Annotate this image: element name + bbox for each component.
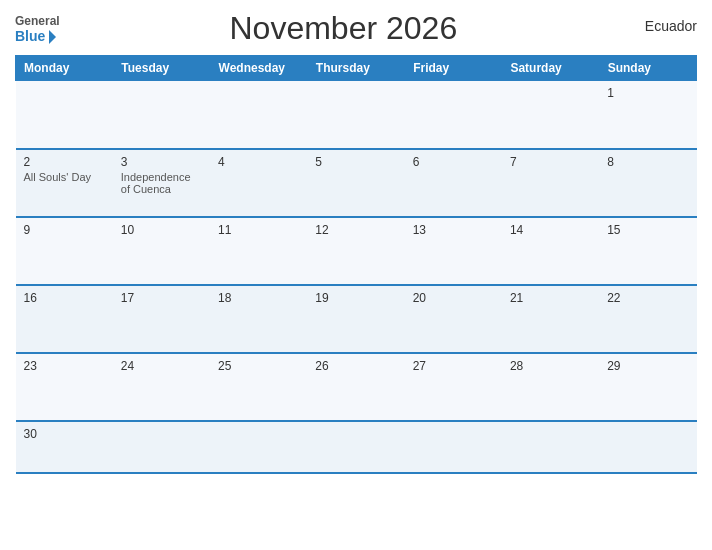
day-number: 14	[510, 223, 591, 237]
calendar-day-cell: 23	[16, 353, 113, 421]
calendar-week-row: 30	[16, 421, 697, 473]
day-number: 28	[510, 359, 591, 373]
calendar-day-cell: 29	[599, 353, 696, 421]
calendar-day-cell: 14	[502, 217, 599, 285]
calendar-day-cell: 15	[599, 217, 696, 285]
calendar-table: Monday Tuesday Wednesday Thursday Friday…	[15, 55, 697, 474]
day-number: 18	[218, 291, 299, 305]
calendar-day-cell: 28	[502, 353, 599, 421]
day-number: 25	[218, 359, 299, 373]
calendar-day-cell: 25	[210, 353, 307, 421]
logo-general-text: General	[15, 14, 60, 28]
header-monday: Monday	[16, 56, 113, 81]
day-number: 22	[607, 291, 688, 305]
calendar-day-cell	[210, 81, 307, 149]
calendar-week-row: 9101112131415	[16, 217, 697, 285]
header-thursday: Thursday	[307, 56, 404, 81]
day-event: All Souls' Day	[24, 171, 105, 183]
calendar-day-cell	[16, 81, 113, 149]
day-number: 29	[607, 359, 688, 373]
calendar-day-cell	[405, 421, 502, 473]
day-number: 19	[315, 291, 396, 305]
calendar-day-cell	[113, 421, 210, 473]
day-number: 23	[24, 359, 105, 373]
header-wednesday: Wednesday	[210, 56, 307, 81]
day-number: 9	[24, 223, 105, 237]
calendar-day-cell: 10	[113, 217, 210, 285]
day-number: 3	[121, 155, 202, 169]
calendar-day-cell: 6	[405, 149, 502, 217]
calendar-day-cell	[210, 421, 307, 473]
day-number: 6	[413, 155, 494, 169]
day-number: 1	[607, 86, 688, 100]
calendar-week-row: 16171819202122	[16, 285, 697, 353]
calendar-day-cell	[113, 81, 210, 149]
calendar-day-cell: 21	[502, 285, 599, 353]
calendar-week-row: 23242526272829	[16, 353, 697, 421]
header-saturday: Saturday	[502, 56, 599, 81]
day-number: 21	[510, 291, 591, 305]
calendar-day-cell	[307, 421, 404, 473]
day-number: 12	[315, 223, 396, 237]
calendar-day-cell: 8	[599, 149, 696, 217]
calendar-day-cell: 19	[307, 285, 404, 353]
calendar-day-cell: 20	[405, 285, 502, 353]
day-number: 2	[24, 155, 105, 169]
logo-triangle-icon	[49, 30, 56, 44]
logo-blue-text: Blue	[15, 28, 60, 45]
country-label: Ecuador	[627, 18, 697, 34]
calendar-week-row: 2All Souls' Day3Independence of Cuenca45…	[16, 149, 697, 217]
calendar-day-cell: 1	[599, 81, 696, 149]
calendar-day-cell: 2All Souls' Day	[16, 149, 113, 217]
calendar-week-row: 1	[16, 81, 697, 149]
calendar-day-cell: 27	[405, 353, 502, 421]
day-number: 30	[24, 427, 105, 441]
header-sunday: Sunday	[599, 56, 696, 81]
day-number: 5	[315, 155, 396, 169]
calendar-day-cell: 17	[113, 285, 210, 353]
header-tuesday: Tuesday	[113, 56, 210, 81]
calendar-day-cell: 7	[502, 149, 599, 217]
calendar-day-cell: 12	[307, 217, 404, 285]
day-number: 4	[218, 155, 299, 169]
day-number: 10	[121, 223, 202, 237]
calendar-day-cell: 24	[113, 353, 210, 421]
calendar-day-cell	[502, 81, 599, 149]
header-friday: Friday	[405, 56, 502, 81]
calendar-day-cell: 3Independence of Cuenca	[113, 149, 210, 217]
day-number: 20	[413, 291, 494, 305]
day-number: 13	[413, 223, 494, 237]
weekday-header-row: Monday Tuesday Wednesday Thursday Friday…	[16, 56, 697, 81]
calendar-day-cell: 18	[210, 285, 307, 353]
day-number: 7	[510, 155, 591, 169]
day-number: 17	[121, 291, 202, 305]
day-number: 8	[607, 155, 688, 169]
calendar-header: General Blue November 2026 Ecuador	[15, 10, 697, 47]
calendar-day-cell: 4	[210, 149, 307, 217]
day-event: Independence of Cuenca	[121, 171, 202, 195]
day-number: 16	[24, 291, 105, 305]
month-title: November 2026	[60, 10, 627, 47]
calendar-day-cell	[599, 421, 696, 473]
calendar-day-cell	[405, 81, 502, 149]
calendar-day-cell: 5	[307, 149, 404, 217]
calendar-day-cell: 13	[405, 217, 502, 285]
calendar-day-cell: 22	[599, 285, 696, 353]
calendar-day-cell	[502, 421, 599, 473]
logo: General Blue	[15, 14, 60, 45]
day-number: 24	[121, 359, 202, 373]
day-number: 26	[315, 359, 396, 373]
calendar-day-cell: 11	[210, 217, 307, 285]
calendar-day-cell: 9	[16, 217, 113, 285]
day-number: 11	[218, 223, 299, 237]
calendar-day-cell	[307, 81, 404, 149]
calendar-day-cell: 26	[307, 353, 404, 421]
calendar-container: General Blue November 2026 Ecuador Monda…	[0, 0, 712, 550]
calendar-day-cell: 16	[16, 285, 113, 353]
day-number: 15	[607, 223, 688, 237]
day-number: 27	[413, 359, 494, 373]
calendar-day-cell: 30	[16, 421, 113, 473]
